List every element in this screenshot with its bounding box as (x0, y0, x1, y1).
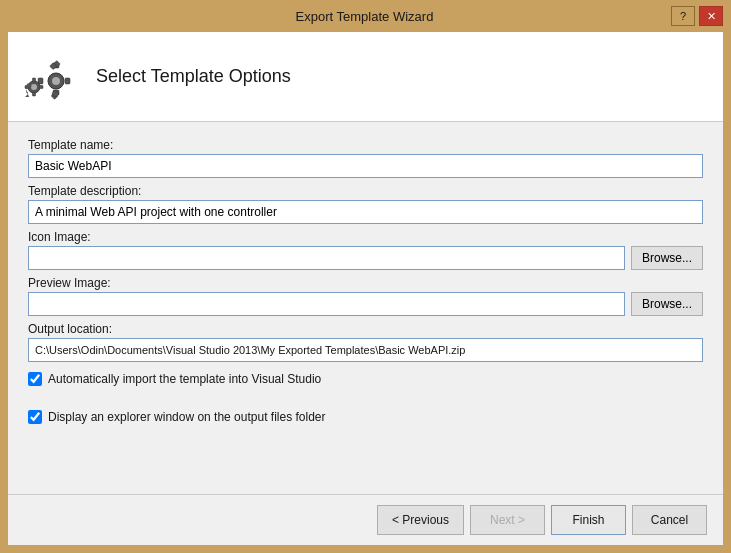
template-name-row: Template name: (28, 138, 703, 178)
header-title: Select Template Options (96, 66, 291, 87)
svg-rect-15 (39, 85, 43, 88)
icon-image-field-row: Browse... (28, 246, 703, 270)
preview-image-field-row: Browse... (28, 292, 703, 316)
header-section: Select Template Options (8, 32, 723, 122)
form-section: Template name: Template description: Ico… (8, 122, 723, 494)
help-button[interactable]: ? (671, 6, 695, 26)
svg-rect-12 (33, 78, 36, 82)
icon-image-input[interactable] (28, 246, 625, 270)
template-name-input[interactable] (28, 154, 703, 178)
close-button[interactable]: ✕ (699, 6, 723, 26)
finish-button[interactable]: Finish (551, 505, 626, 535)
auto-import-row: Automatically import the template into V… (28, 372, 703, 386)
preview-image-row: Preview Image: Browse... (28, 276, 703, 316)
output-location-label: Output location: (28, 322, 703, 336)
window-title: Export Template Wizard (58, 9, 671, 24)
previous-button[interactable]: < Previous (377, 505, 464, 535)
preview-image-input[interactable] (28, 292, 625, 316)
svg-rect-13 (33, 92, 36, 96)
icon-browse-button[interactable]: Browse... (631, 246, 703, 270)
icon-image-label: Icon Image: (28, 230, 703, 244)
svg-rect-5 (65, 78, 70, 84)
preview-browse-button[interactable]: Browse... (631, 292, 703, 316)
svg-point-1 (52, 77, 60, 85)
auto-import-label: Automatically import the template into V… (48, 372, 321, 386)
display-explorer-label: Display an explorer window on the output… (48, 410, 326, 424)
preview-image-label: Preview Image: (28, 276, 703, 290)
display-explorer-row: Display an explorer window on the output… (28, 410, 703, 424)
display-explorer-checkbox[interactable] (28, 410, 42, 424)
template-desc-row: Template description: (28, 184, 703, 224)
output-location-input[interactable] (28, 338, 703, 362)
auto-import-checkbox[interactable] (28, 372, 42, 386)
gear-icon (24, 49, 80, 105)
window: Export Template Wizard ? ✕ (0, 0, 731, 553)
icon-image-row: Icon Image: Browse... (28, 230, 703, 270)
cancel-button[interactable]: Cancel (632, 505, 707, 535)
output-location-row: Output location: (28, 322, 703, 362)
next-button[interactable]: Next > (470, 505, 545, 535)
content-area: Select Template Options Template name: T… (8, 32, 723, 545)
template-desc-label: Template description: (28, 184, 703, 198)
title-bar-controls: ? ✕ (671, 6, 723, 26)
title-bar: Export Template Wizard ? ✕ (0, 0, 731, 32)
template-name-label: Template name: (28, 138, 703, 152)
template-desc-input[interactable] (28, 200, 703, 224)
footer-section: < Previous Next > Finish Cancel (8, 494, 723, 545)
